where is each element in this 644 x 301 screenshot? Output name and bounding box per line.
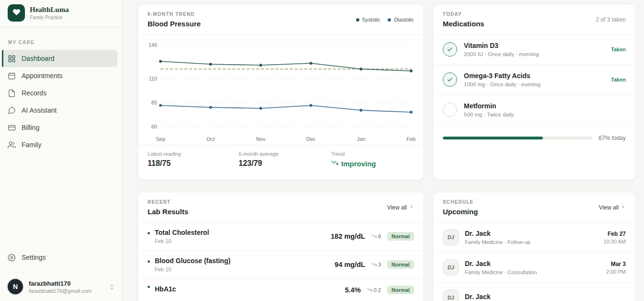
medication-row[interactable]: Vitamin D3 2000 IU · Once daily · mornin… bbox=[433, 35, 635, 65]
medication-details: 500 mg · Twice daily bbox=[464, 112, 626, 117]
systolic-dot-icon bbox=[356, 18, 359, 22]
lab-result-row[interactable]: Total Cholesterol Feb 10 182 mg/dL 8 Nor… bbox=[138, 222, 424, 251]
sidebar-item-ai-assistant[interactable]: AI Assistant bbox=[2, 102, 117, 119]
bp-kicker: 6-MONTH TREND bbox=[148, 12, 201, 17]
appointment-date: Feb 27 bbox=[604, 231, 626, 237]
schedule-kicker: SCHEDULE bbox=[443, 199, 478, 205]
medications-summary: 2 of 3 taken bbox=[596, 16, 626, 23]
bullet-dot-icon bbox=[148, 260, 150, 263]
doctor-avatar: DJ bbox=[443, 259, 459, 276]
brand-logo bbox=[8, 4, 25, 22]
user-menu[interactable]: N farazbhatti170 farazbhatti170@gmail.co… bbox=[0, 272, 122, 301]
labs-view-all-link[interactable]: View all bbox=[387, 204, 414, 211]
svg-text:Dec: Dec bbox=[306, 136, 316, 142]
status-badge: Normal bbox=[387, 232, 414, 241]
lab-delta: 0.2 bbox=[367, 287, 381, 293]
appointment-time: 10:30 AM bbox=[604, 239, 626, 244]
appointment-time: 2:00 PM bbox=[606, 269, 626, 275]
sidebar-item-label: Billing bbox=[22, 124, 39, 131]
medication-name: Vitamin D3 bbox=[464, 42, 604, 49]
sidebar-item-appointments[interactable]: Appointments bbox=[2, 67, 117, 84]
sidebar-item-label: AI Assistant bbox=[22, 106, 57, 114]
appointment-row[interactable]: DJ Dr. Jack bbox=[433, 283, 635, 301]
lab-date: Feb 10 bbox=[155, 266, 334, 272]
svg-text:60: 60 bbox=[151, 124, 157, 129]
sidebar-item-billing[interactable]: Billing bbox=[2, 119, 117, 136]
doctor-avatar: DJ bbox=[443, 229, 459, 245]
sidebar-item-label: Dashboard bbox=[22, 55, 55, 62]
average-value: 123/79 bbox=[239, 159, 331, 168]
medications-card: TODAY Medications 2 of 3 taken Vitamin D… bbox=[433, 4, 636, 180]
trend-value: Improving bbox=[341, 160, 376, 168]
lab-result-row[interactable]: Blood Glucose (fasting) Feb 10 94 mg/dL … bbox=[138, 251, 424, 279]
schedule-view-all-link[interactable]: View all bbox=[599, 204, 626, 211]
avatar: N bbox=[7, 278, 24, 295]
latest-reading-value: 118/75 bbox=[148, 159, 239, 168]
doctor-name: Dr. Jack bbox=[465, 293, 620, 301]
lab-result-row[interactable]: HbA1c 5.4% 0.2 Normal bbox=[138, 279, 424, 301]
dashboard-grid-icon bbox=[8, 55, 16, 63]
lab-delta-value: 0.2 bbox=[374, 287, 381, 293]
stat-label: 6-month average bbox=[239, 151, 331, 157]
stat-label: Trend bbox=[331, 151, 376, 157]
chevron-right-icon bbox=[409, 204, 414, 211]
empty-circle-icon[interactable] bbox=[443, 103, 457, 117]
users-icon bbox=[8, 141, 16, 149]
taken-badge: Taken bbox=[611, 46, 626, 52]
lab-delta-value: 8 bbox=[378, 233, 381, 239]
sidebar-item-records[interactable]: Records bbox=[2, 84, 117, 102]
brand-subtitle: Family Practice bbox=[30, 15, 69, 20]
svg-text:Oct: Oct bbox=[207, 136, 215, 142]
doctor-name: Dr. Jack bbox=[465, 230, 598, 237]
check-circle-icon[interactable] bbox=[443, 72, 457, 87]
chat-bubble-icon bbox=[8, 106, 16, 115]
medication-details: 2000 IU · Once daily · morning bbox=[464, 51, 604, 57]
user-email: farazbhatti170@gmail.com bbox=[29, 288, 104, 294]
medications-title: Medications bbox=[443, 20, 484, 28]
svg-text:110: 110 bbox=[149, 76, 157, 81]
medication-row[interactable]: Omega-3 Fatty Acids 1000 mg · Once daily… bbox=[433, 65, 635, 95]
trending-down-icon bbox=[371, 233, 377, 240]
settings-label: Settings bbox=[22, 254, 46, 261]
sidebar-item-label: Records bbox=[22, 89, 46, 97]
medication-details: 1000 mg · Once daily · evening bbox=[464, 81, 604, 87]
legend-label: Systolic bbox=[362, 17, 380, 23]
sidebar: HealthLuma Family Practice MY CARE Dashb… bbox=[0, 0, 122, 301]
nav-section-label: MY CARE bbox=[8, 40, 122, 45]
dashboard-main: 6-MONTH TREND Blood Pressure Systolic Di… bbox=[138, 4, 636, 301]
document-icon bbox=[8, 89, 16, 97]
taken-badge: Taken bbox=[611, 77, 626, 82]
appointment-row[interactable]: DJ Dr. Jack Family Medicine · Consultati… bbox=[433, 253, 635, 283]
lab-name: HbA1c bbox=[155, 285, 345, 293]
svg-text:Nov: Nov bbox=[256, 136, 265, 142]
labs-kicker: RECENT bbox=[148, 199, 188, 205]
check-circle-icon[interactable] bbox=[443, 42, 457, 57]
trending-down-icon bbox=[367, 287, 372, 293]
lab-results-card: RECENT Lab Results View all Total Choles… bbox=[138, 192, 424, 301]
stat-label: Latest reading bbox=[148, 151, 239, 157]
trending-down-icon bbox=[371, 262, 377, 268]
doctor-avatar: DJ bbox=[443, 289, 459, 301]
bp-title: Blood Pressure bbox=[148, 20, 201, 28]
sidebar-item-label: Family bbox=[22, 141, 41, 149]
svg-text:145: 145 bbox=[149, 42, 157, 48]
appointment-details: Family Medicine · Follow-up bbox=[465, 239, 598, 245]
blood-pressure-card: 6-MONTH TREND Blood Pressure Systolic Di… bbox=[138, 4, 424, 180]
medications-kicker: TODAY bbox=[443, 12, 484, 17]
sidebar-item-dashboard[interactable]: Dashboard bbox=[2, 50, 117, 67]
legend-label: Diastolic bbox=[394, 17, 414, 23]
appointment-row[interactable]: DJ Dr. Jack Family Medicine · Follow-up … bbox=[433, 222, 635, 253]
sidebar-item-settings[interactable]: Settings bbox=[2, 249, 117, 266]
lab-name: Total Cholesterol bbox=[155, 229, 331, 236]
svg-text:85: 85 bbox=[151, 100, 157, 105]
chevron-right-icon bbox=[621, 204, 626, 211]
labs-title: Lab Results bbox=[148, 208, 188, 216]
sidebar-item-family[interactable]: Family bbox=[2, 136, 117, 153]
medication-row[interactable]: Metformin 500 mg · Twice daily bbox=[433, 95, 635, 125]
lab-value: 182 mg/dL bbox=[331, 232, 365, 240]
gear-icon bbox=[8, 254, 16, 262]
user-name: farazbhatti170 bbox=[29, 280, 104, 287]
chart-legend: Systolic Diastolic bbox=[356, 17, 414, 23]
trending-down-icon bbox=[331, 159, 338, 168]
lab-name: Blood Glucose (fasting) bbox=[155, 257, 334, 265]
